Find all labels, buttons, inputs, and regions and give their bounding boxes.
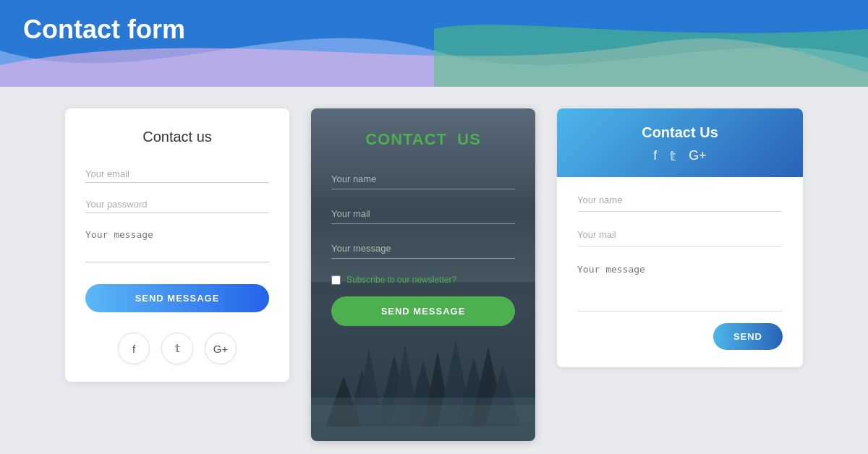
facebook-icon: f [132, 343, 135, 355]
card-blue-header: Contact Us f 𝕥 G+ SEND [557, 108, 803, 367]
card2-content: CONTACT US Subscribe to our newsletter? … [311, 108, 535, 343]
card2-title-white: CONTACT [365, 130, 447, 148]
email-field[interactable] [85, 166, 269, 183]
message-group [85, 226, 269, 265]
card2-mail-field[interactable] [331, 205, 515, 224]
card2-send-button[interactable]: SEND MESSAGE [331, 296, 515, 326]
card3-googleplus-icon[interactable]: G+ [689, 148, 707, 164]
card3-facebook-icon[interactable]: f [653, 148, 657, 164]
card2-title-green: US [457, 130, 481, 148]
card3-social-icons: f 𝕥 G+ [577, 148, 783, 164]
card3-body: SEND [557, 177, 803, 367]
card2-message-field[interactable] [331, 240, 515, 259]
twitter-icon: 𝕥 [175, 342, 180, 355]
googleplus-button[interactable]: G+ [205, 333, 237, 364]
card2-title: CONTACT US [331, 130, 515, 149]
password-group [85, 196, 269, 213]
card3-send-button[interactable]: SEND [713, 323, 783, 350]
social-icons: f 𝕥 G+ [85, 333, 269, 364]
twitter-button[interactable]: 𝕥 [161, 333, 193, 364]
card2-name-field[interactable] [331, 171, 515, 189]
page-title: Contact form [23, 14, 185, 45]
password-field[interactable] [85, 196, 269, 213]
header: Contact form [0, 0, 868, 87]
card3-button-row: SEND [577, 323, 783, 350]
card3-title: Contact Us [577, 124, 783, 141]
card-dark: CONTACT US Subscribe to our newsletter? … [311, 108, 535, 441]
card3-mail-field[interactable] [577, 226, 783, 247]
card1-title: Contact us [85, 129, 269, 145]
message-field[interactable] [85, 226, 269, 262]
facebook-button[interactable]: f [118, 333, 150, 364]
subscribe-label: Subscribe to our newsletter? [346, 275, 456, 285]
card3-header: Contact Us f 𝕥 G+ [557, 108, 803, 177]
email-group [85, 166, 269, 183]
subscribe-row: Subscribe to our newsletter? [331, 275, 515, 285]
googleplus-icon: G+ [213, 343, 228, 355]
card3-message-field[interactable] [577, 261, 783, 312]
send-message-button[interactable]: SEND MESSAGE [85, 284, 269, 312]
main-content: Contact us SEND MESSAGE f 𝕥 G+ [0, 94, 868, 454]
card-simple: Contact us SEND MESSAGE f 𝕥 G+ [65, 108, 289, 382]
subscribe-checkbox[interactable] [331, 275, 341, 285]
card3-name-field[interactable] [577, 192, 783, 212]
svg-rect-13 [311, 405, 535, 441]
card3-twitter-icon[interactable]: 𝕥 [670, 148, 676, 164]
